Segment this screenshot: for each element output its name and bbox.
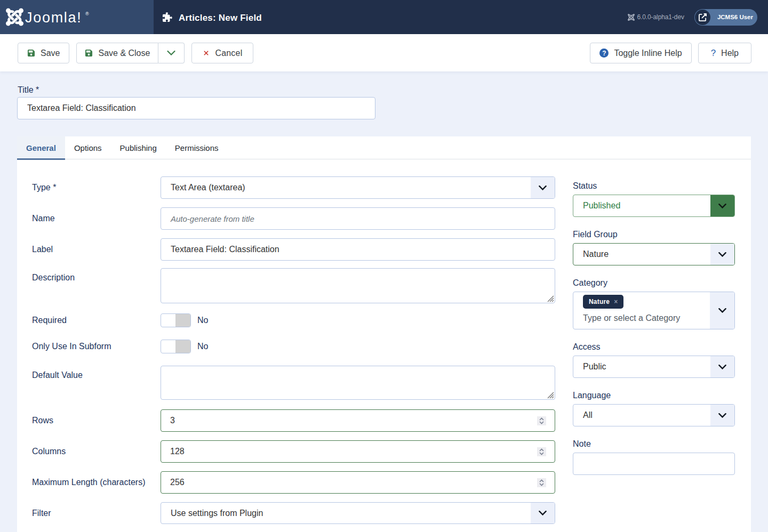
- svg-text:Joomla!: Joomla!: [25, 10, 82, 26]
- svg-text:®: ®: [85, 11, 89, 17]
